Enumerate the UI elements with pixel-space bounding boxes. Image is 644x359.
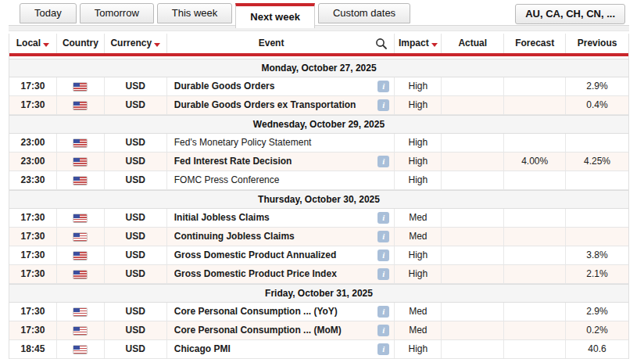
impact-cell: High (395, 153, 442, 171)
event-row[interactable]: 23:00 USD Fed's Monetary Policy Statemen… (9, 134, 628, 153)
tab-tomorrow[interactable]: Tomorrow (80, 3, 154, 23)
impact-cell: High (395, 171, 442, 189)
event-row[interactable]: 17:30 USD Gross Domestic Product Annuali… (9, 246, 628, 265)
currency-cell: USD (105, 96, 167, 114)
event-cell: Continuing Jobless Claims i (167, 228, 395, 246)
column-header-previous-label: Previous (578, 38, 617, 48)
date-label: Friday, October 31, 2025 (265, 288, 373, 299)
event-name[interactable]: Core Personal Consumption ... (YoY) (174, 303, 378, 321)
impact-cell: High (395, 77, 442, 95)
previous-cell: 2.1% (566, 265, 628, 283)
event-name[interactable]: Durable Goods Orders ex Transportation (174, 96, 378, 114)
calendar-table: Local Country Currency Event Impact Actu… (9, 34, 629, 359)
event-name[interactable]: Fed's Monetary Policy Statement (174, 134, 378, 152)
us-flag-icon (73, 83, 87, 91)
forecast-cell (504, 134, 566, 152)
us-flag-icon (73, 327, 87, 335)
currency-cell: USD (105, 228, 167, 246)
column-header-impact[interactable]: Impact (395, 34, 442, 53)
event-row[interactable]: 17:30 USD Core Personal Consumption ... … (9, 321, 628, 340)
column-header-local-label: Local (16, 38, 41, 48)
time-cell: 23:00 (9, 153, 57, 171)
us-flag-icon (73, 177, 87, 185)
search-icon[interactable] (375, 38, 388, 50)
country-cell (57, 96, 105, 114)
event-row[interactable]: 17:30 USD Durable Goods Orders ex Transp… (9, 96, 628, 115)
info-icon[interactable]: i (377, 306, 389, 318)
info-icon[interactable]: i (377, 156, 389, 167)
forecast-cell: 4.00% (504, 153, 566, 171)
column-header-local[interactable]: Local (9, 34, 57, 53)
forecast-cell (504, 340, 566, 358)
time-cell: 23:00 (9, 134, 57, 152)
event-row[interactable]: 23:30 USD FOMC Press Conference High (9, 171, 628, 190)
info-icon[interactable]: i (377, 99, 389, 111)
column-header-country[interactable]: Country (57, 34, 105, 53)
event-row[interactable]: 17:30 USD Core Personal Consumption ... … (9, 303, 628, 321)
tab-this-week[interactable]: This week (157, 3, 233, 23)
tab-next-week[interactable]: Next week (235, 3, 315, 28)
event-name[interactable]: Gross Domestic Product Price Index (174, 265, 378, 283)
event-name[interactable]: Fed Interest Rate Decision (174, 153, 378, 171)
time-cell: 17:30 (9, 96, 57, 114)
info-icon[interactable]: i (377, 231, 389, 242)
info-icon[interactable]: i (377, 81, 389, 92)
column-header-impact-label: Impact (399, 38, 429, 48)
currency-filter-button[interactable]: AU, CA, CH, CN, ... (515, 4, 625, 24)
country-cell (57, 228, 105, 246)
event-row[interactable]: 18:45 USD Chicago PMI i High 40.6 (9, 340, 628, 359)
column-header-actual[interactable]: Actual (442, 34, 504, 53)
time-cell: 17:30 (9, 265, 57, 283)
us-flag-icon (73, 139, 87, 147)
event-row[interactable]: 17:30 USD Gross Domestic Product Price I… (9, 265, 628, 284)
column-header-actual-label: Actual (458, 38, 487, 48)
column-header-previous[interactable]: Previous (566, 34, 628, 53)
us-flag-icon (73, 271, 87, 278)
date-label: Thursday, October 30, 2025 (258, 194, 380, 205)
info-icon[interactable]: i (377, 250, 389, 261)
forecast-cell (504, 171, 566, 189)
country-cell (57, 321, 105, 339)
column-header-event-label: Event (167, 34, 376, 53)
event-name[interactable]: Chicago PMI (174, 340, 378, 358)
us-flag-icon (73, 346, 87, 354)
tab-today[interactable]: Today (20, 3, 77, 23)
event-name[interactable]: Initial Jobless Claims (174, 209, 378, 227)
tab-custom-dates[interactable]: Custom dates (318, 3, 410, 23)
impact-cell: High (395, 340, 442, 358)
event-name[interactable]: Continuing Jobless Claims (174, 228, 378, 246)
currency-cell: USD (105, 153, 167, 171)
event-name[interactable]: FOMC Press Conference (174, 171, 378, 189)
info-icon[interactable]: i (377, 268, 389, 280)
us-flag-icon (73, 233, 87, 241)
event-cell: FOMC Press Conference (167, 171, 395, 189)
event-name[interactable]: Core Personal Consumption ... (MoM) (174, 321, 378, 339)
forecast-cell (504, 77, 566, 95)
us-flag-icon (73, 308, 87, 316)
event-name[interactable]: Durable Goods Orders (174, 77, 378, 95)
event-row[interactable]: 17:30 USD Initial Jobless Claims i Med (9, 209, 628, 228)
time-cell: 17:30 (9, 246, 57, 264)
event-name[interactable]: Gross Domestic Product Annualized (174, 246, 378, 264)
actual-cell (442, 171, 504, 189)
date-group-header: Wednesday, October 29, 2025 (9, 115, 628, 134)
event-row[interactable]: 17:30 USD Durable Goods Orders i High 2.… (9, 77, 628, 96)
country-cell (57, 134, 105, 152)
us-flag-icon (73, 158, 87, 166)
country-cell (57, 171, 105, 189)
time-cell: 17:30 (9, 77, 57, 95)
forecast-cell (504, 96, 566, 114)
info-icon[interactable]: i (377, 325, 389, 336)
date-label: Wednesday, October 29, 2025 (253, 119, 385, 130)
column-header-forecast[interactable]: Forecast (504, 34, 566, 53)
info-icon[interactable]: i (377, 212, 389, 224)
time-cell: 17:30 (9, 321, 57, 339)
table-header-row: Local Country Currency Event Impact Actu… (9, 34, 628, 53)
event-row[interactable]: 23:00 USD Fed Interest Rate Decision i H… (9, 153, 628, 171)
column-header-currency[interactable]: Currency (105, 34, 167, 53)
time-cell: 23:30 (9, 171, 57, 189)
event-row[interactable]: 17:30 USD Continuing Jobless Claims i Me… (9, 228, 628, 246)
info-icon[interactable]: i (377, 343, 389, 355)
forecast-cell (504, 321, 566, 339)
impact-cell: Med (395, 303, 442, 321)
